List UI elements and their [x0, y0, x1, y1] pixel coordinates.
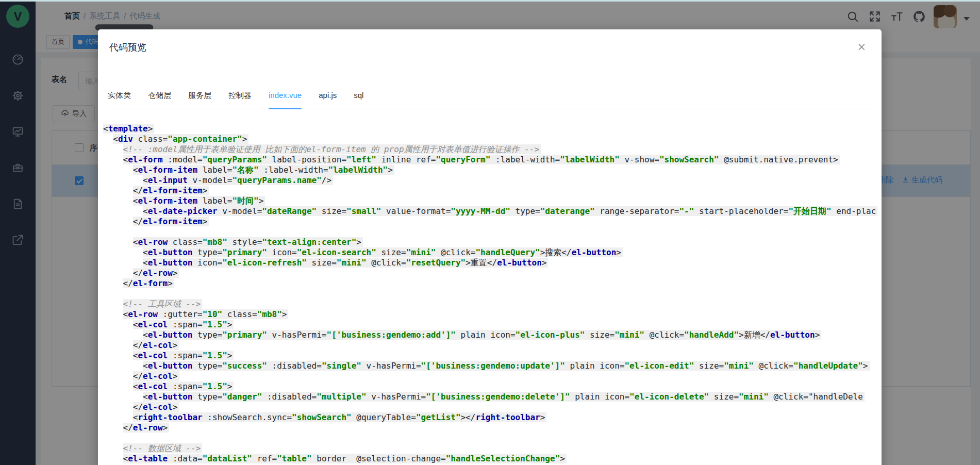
- code-line: <el-col :span="1.5">: [103, 351, 879, 361]
- tab-服务层[interactable]: 服务层: [188, 90, 211, 109]
- window-chrome-strip: [0, 0, 980, 2]
- code-line: </el-col>: [103, 340, 879, 351]
- code-line: <div class="app-container">: [103, 134, 879, 144]
- code-line: </el-row>: [103, 268, 879, 278]
- code-line: [103, 227, 879, 237]
- code-line: </el-form-item>: [103, 217, 879, 227]
- code-line: <el-button icon="el-icon-refresh" size="…: [103, 258, 879, 268]
- code-line: <!-- 工具区域 -->: [103, 299, 879, 309]
- code-line: <el-form :model="queryParams" label-posi…: [103, 155, 879, 165]
- code-line: <el-form-item label="名称" :label-width="l…: [103, 165, 879, 175]
- code-line: </el-form>: [103, 278, 879, 289]
- code-block[interactable]: <template> <div class="app-container"> <…: [103, 124, 879, 465]
- tab-index.vue[interactable]: index.vue: [269, 90, 302, 109]
- code-line: <el-row class="mb8" style="text-align:ce…: [103, 237, 879, 247]
- code-line: [103, 289, 879, 299]
- dialog-title: 代码预览: [109, 41, 146, 54]
- code-line: <el-button type="danger" :disabled="mult…: [103, 392, 879, 402]
- tab-控制器[interactable]: 控制器: [228, 90, 252, 109]
- code-line: <el-button type="success" :disabled="sin…: [103, 361, 879, 371]
- code-line: <el-button type="primary" v-hasPermi="['…: [103, 330, 879, 340]
- code-line: <el-col :span="1.5">: [103, 381, 879, 392]
- close-icon[interactable]: ×: [857, 42, 866, 53]
- tab-api.js[interactable]: api.js: [319, 90, 337, 109]
- code-line: <!-- :model属性用于表单验证使用 比如下面的el-form-item …: [103, 144, 879, 155]
- tab-sql[interactable]: sql: [354, 90, 363, 109]
- code-line: <el-date-picker v-model="dateRange" size…: [103, 206, 879, 217]
- tab-实体类[interactable]: 实体类: [108, 90, 131, 109]
- code-line: </el-form-item>: [103, 186, 879, 196]
- code-line: </el-col>: [103, 371, 879, 381]
- code-line: </el-col>: [103, 402, 879, 412]
- code-line: <el-col :span="1.5">: [103, 320, 879, 330]
- code-line: <right-toolbar :showSearch.sync="showSea…: [103, 412, 879, 423]
- code-content: <template> <div class="app-container"> <…: [103, 124, 879, 464]
- code-line: <el-table :data="dataList" ref="table" b…: [103, 454, 879, 464]
- code-line: <el-row :gutter="10" class="mb8">: [103, 309, 879, 320]
- tab-仓储层[interactable]: 仓储层: [148, 90, 171, 109]
- code-line: <el-input v-model="queryParams.name"/>: [103, 175, 879, 186]
- code-line: <!-- 数据区域 -->: [103, 443, 879, 454]
- code-line: <template>: [103, 124, 879, 134]
- code-line: [103, 433, 879, 443]
- code-line: <el-button type="primary" icon="el-icon-…: [103, 247, 879, 258]
- code-tabs: 实体类仓储层服务层控制器index.vueapi.jssql: [108, 90, 871, 109]
- app-window: V 首页/系统工具/代码生成 首页代码生成 表名 导入 序号: [0, 0, 980, 465]
- code-line: </el-row>: [103, 423, 879, 433]
- code-preview-dialog: 代码预览 × 实体类仓储层服务层控制器index.vueapi.jssql <t…: [98, 29, 882, 465]
- code-line: <el-form-item label="时间">: [103, 196, 879, 206]
